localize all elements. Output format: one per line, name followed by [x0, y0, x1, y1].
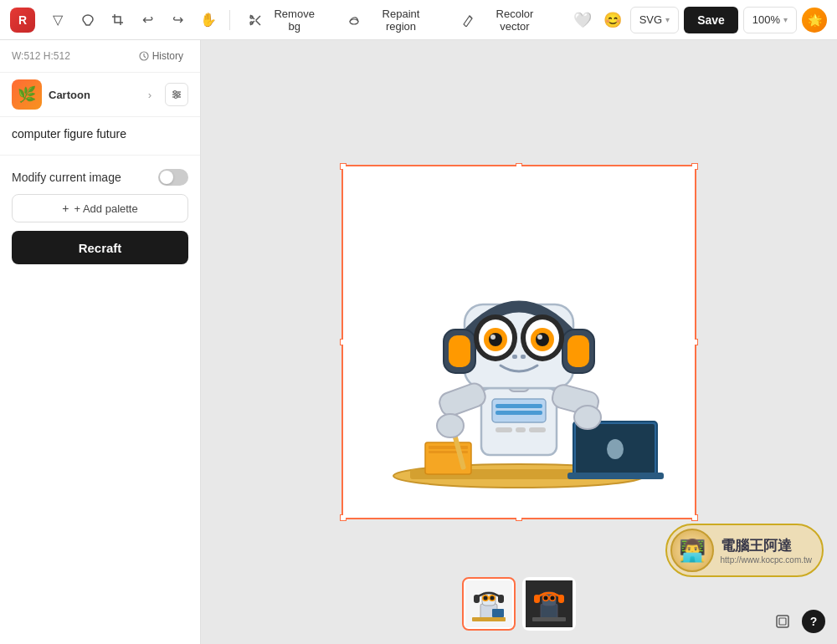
- redo-btn[interactable]: ↪: [166, 8, 191, 33]
- chevron-down-icon: ▾: [783, 15, 788, 24]
- format-label: SVG: [639, 13, 662, 26]
- layers-button[interactable]: [770, 609, 795, 634]
- add-palette-button[interactable]: + + Add palette: [12, 194, 188, 222]
- crop-tool[interactable]: [105, 8, 131, 33]
- svg-rect-43: [521, 355, 526, 359]
- svg-point-64: [544, 596, 548, 601]
- svg-rect-21: [496, 404, 542, 408]
- svg-rect-31: [567, 335, 589, 367]
- svg-rect-22: [496, 411, 542, 415]
- zoom-level: 100%: [752, 13, 780, 26]
- modify-row: Modify current image: [12, 169, 188, 186]
- zoom-control[interactable]: 100% ▾: [743, 7, 797, 33]
- style-name: Cartoon: [49, 89, 135, 101]
- canvas-container: [341, 165, 696, 519]
- thumbnail-2[interactable]: [522, 577, 576, 631]
- prompt-text: computer figure future: [0, 117, 200, 156]
- save-button[interactable]: Save: [684, 7, 738, 33]
- panel-bottom: Modify current image + + Add palette Rec…: [0, 156, 200, 278]
- image-dimensions: W:512 H:512: [12, 50, 127, 62]
- canvas-image: [343, 166, 695, 518]
- sliders-icon: [171, 89, 182, 100]
- svg-rect-58: [492, 609, 504, 617]
- repaint-label: Repaint region: [366, 8, 436, 33]
- divider-1: [229, 10, 230, 30]
- user-avatar[interactable]: 🌟: [802, 8, 827, 33]
- svg-point-41: [537, 335, 542, 340]
- remove-bg-label: Remove bg: [267, 8, 322, 33]
- plus-icon: +: [62, 202, 69, 215]
- help-button[interactable]: ?: [802, 610, 825, 633]
- thumbnail-strip: [462, 577, 576, 631]
- svg-rect-24: [516, 427, 526, 432]
- svg-rect-29: [449, 335, 470, 367]
- heart-btn[interactable]: 🤍: [570, 8, 595, 33]
- svg-rect-68: [532, 617, 566, 621]
- svg-rect-56: [498, 595, 504, 603]
- svg-rect-42: [512, 355, 517, 359]
- svg-point-65: [551, 596, 555, 601]
- app-logo[interactable]: R: [10, 8, 35, 33]
- svg-rect-60: [541, 604, 557, 619]
- svg-point-53: [484, 596, 488, 601]
- lasso-tool[interactable]: [75, 8, 100, 33]
- svg-rect-66: [534, 595, 540, 603]
- style-thumbnail: 🌿: [12, 79, 42, 110]
- watermark-text-block: 電腦王阿達 http://www.kocpc.com.tw: [721, 536, 812, 565]
- svg-point-39: [536, 333, 549, 346]
- chevron-down-icon: ▾: [665, 15, 670, 24]
- hand-tool[interactable]: ✋: [196, 8, 221, 33]
- svg-rect-67: [558, 595, 564, 603]
- left-panel: W:512 H:512 History 🌿 Cartoon ›: [0, 40, 201, 644]
- style-settings-btn[interactable]: [165, 83, 188, 106]
- svg-point-6: [177, 94, 180, 96]
- recolor-vector-btn[interactable]: Recolor vector: [451, 7, 560, 33]
- svg-rect-23: [496, 427, 512, 432]
- history-button[interactable]: History: [134, 49, 188, 64]
- svg-point-47: [574, 406, 601, 429]
- format-dropdown[interactable]: SVG ▾: [630, 7, 679, 33]
- emoji-btn[interactable]: 😊: [600, 8, 625, 33]
- watermark-avatar: 👨‍💻: [670, 529, 714, 572]
- modify-label: Modify current image: [12, 171, 121, 184]
- repaint-icon: [347, 13, 361, 27]
- svg-point-38: [489, 333, 502, 346]
- layers-icon: [775, 614, 790, 629]
- style-row: 🌿 Cartoon ›: [0, 73, 200, 117]
- bottom-right-controls: ?: [770, 609, 825, 634]
- svg-rect-70: [779, 618, 786, 625]
- main-toolbar: R ▽ ↩ ↪ ✋ Remove bg Repaint region Recol…: [0, 0, 837, 40]
- svg-point-46: [437, 414, 464, 437]
- remove-bg-btn[interactable]: Remove bg: [239, 7, 332, 33]
- svg-point-54: [490, 596, 495, 601]
- thumbnail-1[interactable]: [462, 577, 516, 631]
- svg-rect-55: [474, 595, 480, 603]
- modify-toggle[interactable]: [158, 169, 188, 186]
- recraft-button[interactable]: Recraft: [12, 231, 188, 264]
- undo-btn[interactable]: ↩: [136, 8, 161, 33]
- style-chevron-btn[interactable]: ›: [141, 86, 158, 103]
- watermark-title: 電腦王阿達: [721, 536, 812, 555]
- history-icon: [139, 51, 149, 61]
- recolor-icon: [461, 13, 475, 27]
- thumb-image-2: [524, 579, 574, 629]
- panel-header: W:512 H:512 History: [0, 40, 200, 73]
- svg-rect-69: [777, 616, 788, 627]
- svg-rect-16: [567, 473, 664, 479]
- watermark: 👨‍💻 電腦王阿達 http://www.kocpc.com.tw: [665, 524, 824, 577]
- watermark-url: http://www.kocpc.com.tw: [721, 555, 812, 565]
- content-area: W:512 H:512 History 🌿 Cartoon ›: [0, 40, 837, 644]
- svg-rect-57: [472, 617, 506, 621]
- select-tool[interactable]: ▽: [45, 8, 70, 33]
- svg-point-40: [490, 335, 496, 340]
- scissors-icon: [249, 13, 262, 27]
- svg-point-7: [175, 96, 177, 99]
- svg-point-5: [174, 91, 177, 94]
- repaint-region-btn[interactable]: Repaint region: [337, 7, 446, 33]
- add-palette-label: + Add palette: [74, 202, 137, 215]
- robot-svg: [360, 175, 678, 509]
- svg-point-15: [607, 439, 624, 459]
- svg-rect-11: [429, 446, 468, 449]
- recolor-label: Recolor vector: [480, 8, 550, 33]
- canvas-area[interactable]: 👨‍💻 電腦王阿達 http://www.kocpc.com.tw ?: [201, 40, 837, 644]
